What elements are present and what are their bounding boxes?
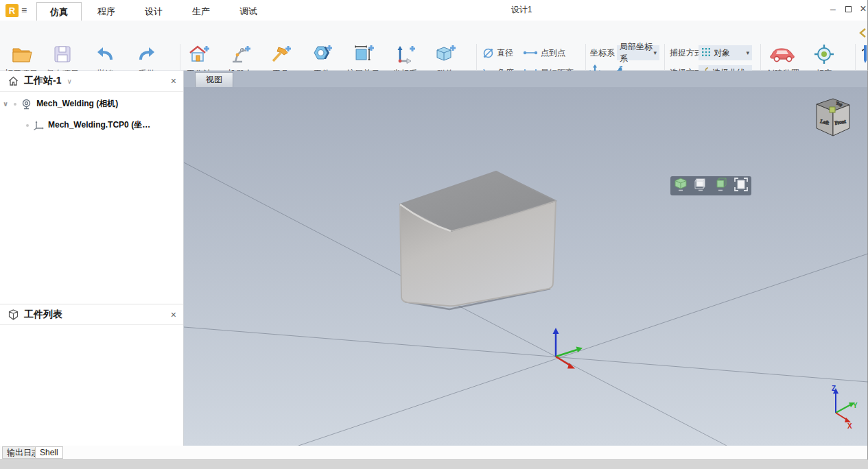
point-to-point-icon <box>523 49 538 57</box>
solid-cube-icon[interactable] <box>714 177 727 195</box>
zoom-fit-icon[interactable] <box>734 177 749 195</box>
cube-plus-icon <box>425 43 465 66</box>
shaded-cube-icon[interactable] <box>674 177 688 195</box>
measure-diameter-button[interactable]: 直径 <box>482 46 513 60</box>
title-bar: R ≡ 仿真 程序 设计 生产 调试 设计1 – × <box>0 0 868 21</box>
control-coord-label: 坐标系 <box>590 46 615 60</box>
snap-grid-icon <box>701 47 711 59</box>
mini-axis-indicator: Z Y X <box>832 385 858 430</box>
workpiece-box <box>400 171 556 309</box>
house-plus-icon <box>179 43 219 66</box>
floppy-disk-icon <box>43 43 82 66</box>
maximize-button[interactable] <box>841 0 856 18</box>
shell-tab[interactable]: Shell <box>35 446 63 459</box>
extend-unit-plus-icon <box>343 43 383 66</box>
viewport-toolbar <box>670 176 751 195</box>
ribbon: 打开项目 保存项目 撤销 重做 基本 工作站 机器人 工具 <box>0 21 868 71</box>
status-bar <box>0 459 868 469</box>
minimize-button[interactable]: – <box>825 0 841 18</box>
svg-text:Z: Z <box>832 385 836 392</box>
app-logo[interactable]: R <box>5 4 19 17</box>
diameter-icon <box>482 47 494 59</box>
tree-expander-icon[interactable]: ∨ <box>3 100 8 108</box>
clipped-tool-icon <box>862 44 868 67</box>
view-cube[interactable]: Left Front Top <box>817 99 849 136</box>
window-title: 设计1 <box>480 0 563 19</box>
station-panel-close-icon[interactable]: × <box>171 75 176 86</box>
viewport-tab-strip <box>184 71 868 87</box>
snap-mode-dropdown[interactable]: 对象▾ <box>699 45 752 60</box>
close-button[interactable]: × <box>856 0 868 18</box>
measure-point-to-point-button[interactable]: 点到点 <box>523 46 565 60</box>
workpiece-panel-close-icon[interactable]: × <box>171 309 176 320</box>
tab-debug[interactable]: 调试 <box>226 2 271 21</box>
ribbon-collapse-icon[interactable] <box>858 27 867 41</box>
robot-arm-plus-icon <box>220 43 260 66</box>
workpiece-panel-header: 工件列表 × <box>0 304 183 325</box>
station-panel-caret-icon[interactable]: ∨ <box>67 77 71 85</box>
tree-item-camera[interactable]: ∨ Mech_Welding (相机) <box>3 98 118 110</box>
station-panel-title: 工作站-1 <box>24 75 61 87</box>
tab-design[interactable]: 设计 <box>131 2 176 21</box>
folder-open-icon <box>1 43 41 66</box>
snap-mode-label: 捕捉方式 <box>670 46 703 60</box>
hammer-plus-icon <box>261 43 301 66</box>
svg-text:X: X <box>847 422 852 430</box>
cube-outline-icon <box>8 309 19 320</box>
view-tab[interactable]: 视图 <box>195 72 233 87</box>
target-icon <box>804 43 844 66</box>
hamburger-menu-icon[interactable]: ≡ <box>21 5 27 16</box>
viewport-3d[interactable]: Z Y X Left Front Top <box>184 87 868 446</box>
workpiece-panel-title: 工件列表 <box>24 309 62 321</box>
home-icon <box>8 76 19 86</box>
tab-simulation[interactable]: 仿真 <box>36 2 82 21</box>
log-tab-bar: 输出日志 Shell <box>0 446 868 459</box>
redo-arrow-icon <box>127 43 167 66</box>
tab-production[interactable]: 生产 <box>178 2 224 21</box>
tree-item-tcp[interactable]: Mech_Welding.TCP0 (坐… <box>22 119 150 131</box>
undo-arrow-icon <box>85 43 125 66</box>
coordinate-frame-plus-icon <box>385 43 425 66</box>
tcp-frame-icon <box>33 120 44 130</box>
coord-system-dropdown[interactable]: 局部坐标系▾ <box>617 45 659 60</box>
car-icon <box>763 43 803 66</box>
station-panel-header: 工作站-1 ∨ × <box>0 71 183 92</box>
nut-plus-icon <box>302 43 342 66</box>
camera-icon <box>21 99 32 110</box>
wireframe-cube-icon[interactable] <box>694 177 707 195</box>
svg-text:Y: Y <box>853 402 858 409</box>
tab-program[interactable]: 程序 <box>84 2 129 21</box>
sidebar: 工作站-1 ∨ × ∨ Mech_Welding (相机) Mech_Weldi… <box>0 71 184 446</box>
